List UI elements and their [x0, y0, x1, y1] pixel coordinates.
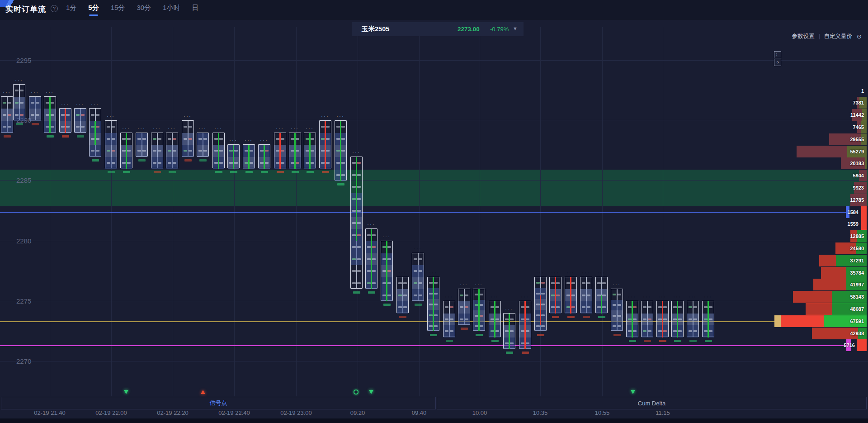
bid-volume-text: [582, 282, 585, 284]
bid-volume-text: [352, 258, 356, 260]
tab-5分[interactable]: 5分: [88, 4, 99, 16]
ask-volume-text: [387, 270, 391, 272]
footprint-candle: [227, 144, 240, 168]
volume-profile-row: 1: [0, 85, 867, 97]
candle-body-line: [540, 295, 541, 326]
bid-volume-text: [398, 282, 402, 284]
bid-volume-text: [61, 114, 65, 116]
gear-icon[interactable]: ⊙: [857, 33, 862, 40]
panel-help-button[interactable]: ?: [774, 59, 781, 66]
bid-volume-text: [429, 282, 433, 284]
help-icon[interactable]: ?: [51, 5, 58, 12]
bid-volume-text: [673, 330, 677, 332]
bid-volume-text: [445, 306, 448, 308]
footprint-cell: [14, 109, 25, 121]
candle-body-line: [494, 301, 495, 337]
expand-button[interactable]: 〉: [774, 51, 781, 58]
footprint-candle: [656, 301, 669, 337]
ask-volume-text: [648, 318, 651, 320]
candle-delta-text: [77, 135, 84, 138]
footprint-cell: [151, 133, 163, 145]
tab-15分[interactable]: 15分: [111, 4, 125, 16]
bid-volume-text: [382, 270, 386, 272]
ask-volume-text: [81, 114, 85, 116]
ask-volume-text: [526, 330, 529, 332]
bid-volume-text: [336, 150, 340, 152]
ask-volume-text: [311, 162, 314, 164]
imbalance-dots: ···: [567, 271, 575, 275]
bid-volume-text: [31, 102, 34, 104]
profile-value: 37291: [850, 258, 864, 263]
candle-body-line: [356, 157, 357, 241]
candle-delta-text: [123, 171, 130, 173]
bid-volume-text: [168, 162, 171, 164]
footprint-cell: [443, 314, 455, 326]
ask-volume-text: [571, 295, 575, 296]
bid-volume-text: [566, 306, 570, 308]
footprint-candle: [702, 301, 714, 337]
ask-volume-text: [372, 234, 376, 236]
param-settings-button[interactable]: 参数设置: [792, 33, 815, 40]
bid-volume-text: [76, 126, 80, 128]
bid-volume-text: [352, 186, 356, 188]
ask-volume-text: [357, 162, 361, 164]
bid-volume-text: [46, 102, 49, 104]
instrument-change: -0.79%: [490, 26, 509, 33]
imbalance-dots: ···: [399, 271, 407, 275]
ask-volume-text: [526, 342, 529, 344]
candle-delta-text: [108, 171, 115, 173]
bid-volume-text: [398, 295, 402, 296]
imbalance-dots: ···: [337, 114, 345, 119]
imbalance-dots: ···: [414, 247, 422, 251]
ask-volume-text: [618, 294, 621, 295]
tab-30分[interactable]: 30分: [137, 4, 151, 16]
bid-volume-text: [15, 114, 19, 116]
profile-value: 35784: [850, 270, 864, 276]
footprint-candle: [304, 133, 316, 169]
time-axis-label: 10:55: [595, 409, 610, 416]
footprint-candle: [565, 277, 577, 313]
bid-volume-text: [597, 295, 601, 296]
profile-value: 42938: [850, 331, 864, 336]
instrument-selector[interactable]: 玉米2505 2273.00 -0.79% ▼: [352, 22, 524, 36]
profile-value: 20183: [850, 161, 864, 166]
volume-profile-row: 37291: [0, 255, 867, 266]
candle-body-line: [233, 145, 234, 169]
bid-volume-text: [566, 282, 570, 284]
imbalance-dots: ···: [704, 295, 712, 299]
price-gridline: [0, 60, 868, 61]
ask-volume-text: [434, 325, 438, 327]
candle-delta-text: [199, 159, 207, 162]
ask-volume-text: [434, 304, 438, 305]
custom-volume-button[interactable]: 自定义量价: [824, 33, 853, 40]
chevron-down-icon[interactable]: ▼: [513, 26, 518, 31]
footprint-cell: [351, 265, 362, 277]
time-axis-label: 09:20: [350, 409, 365, 416]
footprint-candle: [458, 289, 470, 325]
bid-volume-text: [3, 102, 6, 104]
profile-red-segment: [861, 218, 867, 230]
footprint-candle: [105, 120, 117, 168]
ask-volume-text: [541, 314, 545, 316]
tab-1小时[interactable]: 1小时: [163, 4, 180, 16]
ask-volume-text: [357, 246, 361, 248]
ask-volume-text: [633, 330, 637, 332]
ask-volume-text: [189, 150, 192, 152]
bid-volume-text: [214, 138, 218, 140]
ask-volume-text: [189, 138, 192, 140]
tab-日[interactable]: 日: [192, 4, 198, 16]
footprint-candle: [396, 277, 409, 313]
tab-1分[interactable]: 1分: [66, 4, 76, 16]
footprint-cell: [611, 289, 623, 299]
ask-volume-text: [387, 258, 391, 260]
candle-delta-text: [629, 340, 636, 342]
footprint-candle: [595, 277, 608, 313]
candle-body-line: [570, 277, 571, 314]
bid-volume-text: [491, 318, 494, 320]
profile-value: 5944: [853, 173, 864, 178]
imbalance-dots: ···: [168, 126, 176, 131]
imbalance-dots: ···: [76, 102, 85, 106]
imbalance-dots: ···: [674, 295, 682, 299]
profile-red-segment: [861, 206, 867, 218]
volume-profile-row: 12785: [0, 194, 867, 206]
